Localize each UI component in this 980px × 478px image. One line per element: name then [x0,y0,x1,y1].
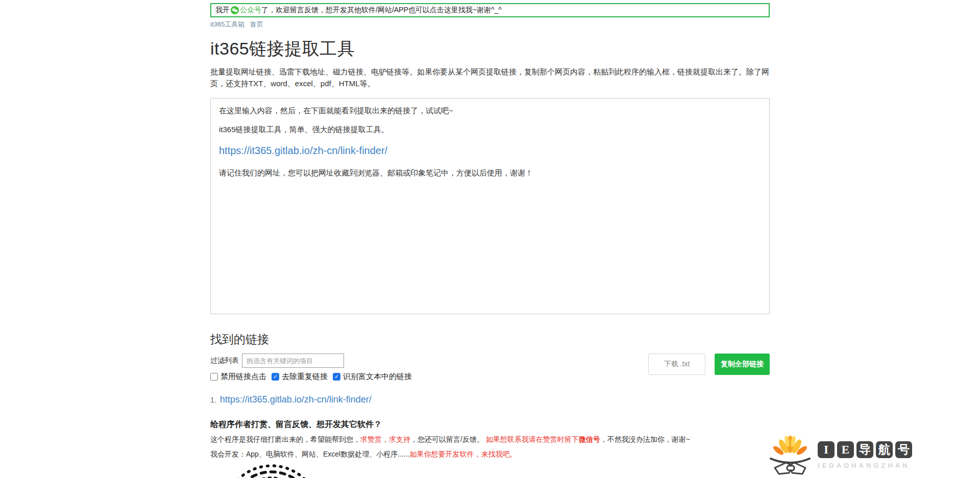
breadcrumb-toolbox-link[interactable]: it365工具箱 [210,20,244,28]
checkbox-label: 识别富文本中的链接 [343,372,412,382]
banner-text-after: 了，欢迎留言反馈，想开发其他软件/网站/APP也可以点击这里找我~谢谢^_^ [261,6,502,15]
rich-text-part: 如果你想要开发软件，来找我吧。 [409,450,517,458]
page-title: it365链接提取工具 [210,37,770,61]
watermark-block: 航 [876,441,893,458]
rich-text-part: 我会开发：App、电脑软件、网站、Excel数据处理、小程序...... [210,450,409,458]
filter-label: 过滤列表 [210,356,239,365]
page-description: 批量提取网址链接、迅雷下载地址、磁力链接、电驴链接等。如果你要从某个网页提取链接… [210,66,770,89]
checkbox-box[interactable] [272,373,279,381]
watermark-block: 导 [856,441,873,458]
found-links-list: 1. https://it365.gitlab.io/zh-cn/link-fi… [210,394,770,405]
donate-paragraph-1: 这个程序是我仔细打磨出来的，希望能帮到您，求赞赏，求支持，您还可以留言/反馈。 … [210,434,770,445]
checkbox-remove-duplicates[interactable]: 去除重复链接 [272,372,328,382]
rich-text-part: 这个程序是我仔细打磨出来的，希望能帮到您， [210,435,360,443]
rich-text-part: 求赞赏，求支持 [360,435,410,443]
result-link-row: 1. https://it365.gitlab.io/zh-cn/link-fi… [210,394,770,405]
donate-heading: 给程序作者打赏、留言反馈、想开发其它软件？ [210,419,770,430]
checkbox-disable-link-click[interactable]: 禁用链接点击 [210,372,266,382]
announcement-banner[interactable]: 我开 公众号 了，欢迎留言反馈，想开发其他软件/网站/APP也可以点击这里找我~… [210,3,770,17]
results-controls: 过滤列表 禁用链接点击 去除重复链接 识别富文本中的链接 下载 .txt 复制全… [210,354,770,385]
watermark-block: 号 [895,441,912,458]
banner-text-before: 我开 [215,6,230,15]
copy-all-links-button[interactable]: 复制全部链接 [715,354,770,375]
breadcrumb: it365工具箱 首页 [210,20,770,29]
donate-section: 给程序作者打赏、留言反馈、想开发其它软件？ 这个程序是我仔细打磨出来的，希望能帮… [210,419,770,478]
donate-paragraph-2: 我会开发：App、电脑软件、网站、Excel数据处理、小程序......如果你想… [210,448,770,460]
editor-paragraph-3: 请记住我们的网址，您可以把网址收藏到浏览器、邮箱或印象笔记中，方便以后使用，谢谢… [219,168,761,178]
checkbox-box[interactable] [333,373,340,381]
watermark-block: E [837,441,854,458]
checkbox-box[interactable] [210,373,218,381]
checkbox-label: 禁用链接点击 [220,372,266,382]
input-editor[interactable]: 在这里输入内容，然后，在下面就能看到提取出来的链接了，试试吧~ it365链接提… [210,98,770,314]
rich-text-part: ，您还可以留言/反馈。 [410,435,486,443]
iedaohangzhan-watermark: I E 导 航 号 IEDAOHANGZHAN [767,430,915,478]
found-links-heading: 找到的链接 [210,332,770,347]
watermark-block: I [818,441,835,458]
filter-input[interactable] [242,354,344,368]
qr-code-octocat [220,462,323,478]
editor-paragraph-2: it365链接提取工具，简单、强大的链接提取工具。 [219,124,761,135]
checkbox-detect-richtext-links[interactable]: 识别富文本中的链接 [333,372,412,382]
watermark-subtitle: IEDAOHANGZHAN [818,462,915,469]
rich-text-part: 微信号 [579,435,600,443]
watermark-text: I E 导 航 号 IEDAOHANGZHAN [818,441,915,469]
watermark-blocks: I E 导 航 号 [818,441,915,458]
editor-link[interactable]: https://it365.gitlab.io/zh-cn/link-finde… [219,145,387,156]
rich-text-part: ，不然我没办法加你，谢谢~ [600,435,690,443]
wechat-icon [231,6,239,14]
checkbox-label: 去除重复链接 [282,372,328,382]
page: 我开 公众号 了，欢迎留言反馈，想开发其他软件/网站/APP也可以点击这里找我~… [210,3,770,478]
editor-link-row: https://it365.gitlab.io/zh-cn/link-finde… [219,145,761,157]
banner-wechat-link[interactable]: 公众号 [240,6,261,15]
rich-text-part: 如果想联系我请在赞赏时留下 [486,435,579,443]
breadcrumb-home-link[interactable]: 首页 [250,20,263,28]
download-txt-button[interactable]: 下载 .txt [648,354,705,375]
torch-handshake-logo [767,430,814,478]
result-link-index: 1. [210,396,216,404]
editor-paragraph-1: 在这里输入内容，然后，在下面就能看到提取出来的链接了，试试吧~ [219,106,761,116]
result-link[interactable]: https://it365.gitlab.io/zh-cn/link-finde… [220,394,372,405]
